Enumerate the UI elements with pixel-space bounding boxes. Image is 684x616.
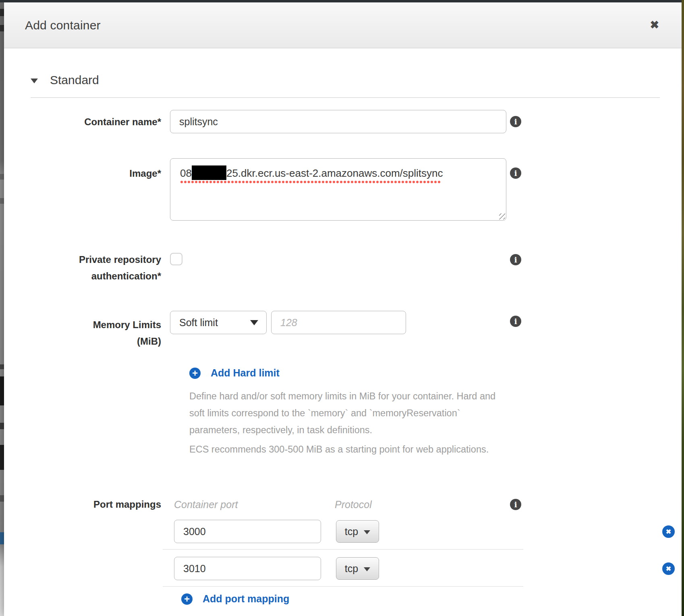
private-repo-label: Private repository authentication* xyxy=(23,251,161,284)
container-port-input[interactable] xyxy=(174,557,321,580)
background-page-fragment xyxy=(0,364,4,369)
protocol-dropdown[interactable]: tcp xyxy=(336,557,379,580)
port-mappings-row: Port mappings Container port Protocol tc… xyxy=(4,496,682,605)
info-icon[interactable]: i xyxy=(510,167,521,179)
modal-title: Add container xyxy=(25,19,101,32)
background-page-fragment xyxy=(0,495,4,502)
info-icon[interactable]: i xyxy=(510,499,521,510)
background-page-fragment xyxy=(0,376,4,405)
memory-limit-value-input[interactable] xyxy=(271,311,406,334)
modal-header: Add container ✖ xyxy=(4,2,682,48)
desktop-wallpaper-sliver xyxy=(682,0,684,616)
memory-limit-type-value: Soft limit xyxy=(179,317,218,329)
background-page-fragment xyxy=(0,9,4,16)
redaction-box xyxy=(192,165,226,180)
section-divider xyxy=(31,97,660,98)
background-page-fragment xyxy=(0,174,4,180)
memory-help-text: Define hard and/or soft memory limits in… xyxy=(189,388,508,458)
memory-limit-type-dropdown[interactable]: Soft limit xyxy=(170,311,267,334)
background-page-fragment xyxy=(0,445,4,470)
spellcheck-squiggle xyxy=(180,180,441,184)
screenshot-root: { "modal": { "title": "Add container" },… xyxy=(0,0,684,616)
memory-limits-label: Memory Limits (MiB) xyxy=(23,311,161,349)
background-page-sliver xyxy=(0,0,4,616)
port-mappings-label: Port mappings xyxy=(23,496,161,513)
background-page-fragment xyxy=(0,532,4,544)
background-page-fragment xyxy=(0,25,4,31)
private-repo-checkbox[interactable] xyxy=(170,253,182,265)
chevron-down-icon xyxy=(364,530,370,534)
port-row-divider xyxy=(163,586,523,587)
remove-port-icon[interactable]: ✖ xyxy=(662,562,675,575)
chevron-down-icon xyxy=(250,320,258,325)
plus-icon: + xyxy=(181,593,193,605)
image-value: 0825.dkr.ecr.us-east-2.amazonaws.com/spl… xyxy=(180,165,443,181)
container-name-row: Container name* i xyxy=(4,110,682,133)
background-page-fragment xyxy=(0,423,4,429)
close-icon[interactable]: ✖ xyxy=(650,20,659,31)
remove-port-icon[interactable]: ✖ xyxy=(662,525,675,538)
container-name-label: Container name* xyxy=(23,110,161,130)
port-mapping-headers: Container port Protocol xyxy=(170,496,523,513)
info-icon[interactable]: i xyxy=(510,254,521,265)
memory-limits-row: Memory Limits (MiB) Soft limit i xyxy=(4,311,682,349)
port-mapping-row: tcp ✖ xyxy=(170,557,523,580)
image-row: Image* 0825.dkr.ecr.us-east-2.amazonaws.… xyxy=(4,158,682,221)
protocol-header: Protocol xyxy=(335,496,372,513)
add-port-mapping-link[interactable]: + Add port mapping xyxy=(170,593,523,605)
add-container-modal: Add container ✖ Standard Container name*… xyxy=(4,2,682,616)
container-port-header: Container port xyxy=(170,496,335,513)
port-mapping-row: tcp ✖ xyxy=(170,520,523,543)
info-icon[interactable]: i xyxy=(510,316,521,327)
browser-top-bar xyxy=(0,0,682,2)
section-title: Standard xyxy=(50,73,99,87)
image-label: Image* xyxy=(23,158,161,182)
plus-icon: + xyxy=(189,368,201,379)
container-name-input[interactable] xyxy=(170,110,506,133)
standard-section-header[interactable]: Standard xyxy=(31,73,682,87)
info-icon[interactable]: i xyxy=(510,116,521,127)
container-port-input[interactable] xyxy=(174,520,321,543)
chevron-down-icon xyxy=(364,567,370,571)
add-hard-limit-link[interactable]: + Add Hard limit xyxy=(4,367,682,379)
background-page-fragment xyxy=(0,198,4,204)
image-field[interactable]: 0825.dkr.ecr.us-east-2.amazonaws.com/spl… xyxy=(170,158,506,221)
port-row-divider xyxy=(163,549,523,550)
resize-grip-icon[interactable] xyxy=(499,213,505,219)
protocol-dropdown[interactable]: tcp xyxy=(336,520,379,543)
private-repo-row: Private repository authentication* i xyxy=(4,251,682,284)
chevron-down-icon[interactable] xyxy=(31,79,38,83)
